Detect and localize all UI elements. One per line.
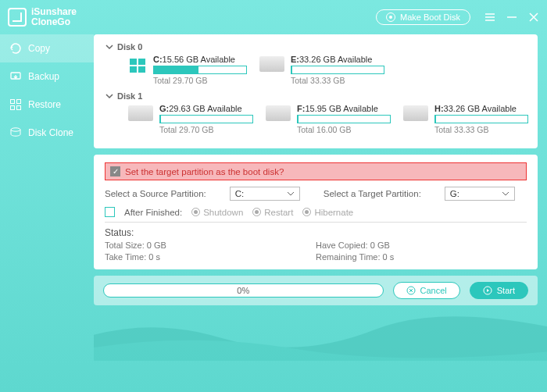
app-title-line2: CloneGo [31, 17, 77, 27]
chevron-down-icon [105, 91, 114, 101]
start-label: Start [497, 286, 515, 295]
svg-rect-1 [11, 100, 15, 104]
chevron-down-icon [287, 190, 295, 198]
usage-bar [153, 66, 247, 74]
partition-total: Total 29.70 GB [153, 76, 247, 85]
hibernate-radio[interactable]: Hibernate [302, 208, 353, 217]
status-have-copied: Have Copied: 0 GB [316, 241, 527, 250]
svg-rect-7 [138, 59, 145, 65]
partition-item[interactable]: E:33.26 GB AvailableTotal 33.33 GB [259, 55, 384, 85]
source-partition-select[interactable]: C: [230, 187, 300, 201]
cancel-icon [406, 286, 416, 295]
status-grid: Status: Total Size: 0 GB Have Copied: 0 … [105, 227, 527, 262]
restore-icon [9, 98, 22, 111]
sidebar-item-copy[interactable]: Copy [0, 34, 94, 62]
progress-bar: 0% [103, 283, 384, 298]
partition-total: Total 16.00 GB [297, 125, 391, 134]
status-remaining-time: Remaining Time: 0 s [316, 252, 527, 262]
minimize-button[interactable] [506, 12, 517, 23]
partition-total: Total 33.33 GB [434, 125, 528, 134]
status-header: Status: [105, 227, 316, 238]
after-finished-checkbox[interactable] [105, 207, 115, 217]
partition-title: F:15.95 GB Available [297, 104, 391, 113]
disc-icon [386, 12, 395, 22]
partition-total: Total 33.33 GB [291, 76, 384, 85]
copy-icon [9, 42, 22, 55]
decorative-landscape [94, 298, 547, 361]
partition-item[interactable]: G:29.63 GB AvailableTotal 29.70 GB [128, 104, 253, 134]
backup-icon [9, 70, 22, 83]
make-boot-label: Make Boot Disk [400, 12, 460, 22]
cancel-button[interactable]: Cancel [393, 282, 460, 299]
radio-icon [191, 208, 200, 216]
menu-button[interactable] [484, 12, 495, 23]
shutdown-radio[interactable]: Shutdown [191, 208, 243, 217]
drive-icon [403, 105, 428, 121]
usage-bar [291, 66, 384, 74]
app-logo: iSunshare CloneGo [8, 7, 77, 27]
svg-rect-9 [138, 66, 145, 73]
cancel-label: Cancel [420, 286, 447, 295]
radio-label: Restart [264, 208, 293, 217]
windows-icon [128, 56, 147, 75]
after-finished-label: After Finished: [124, 208, 182, 217]
disk-header[interactable]: Disk 0 [105, 42, 527, 52]
restart-radio[interactable]: Restart [252, 208, 293, 217]
drive-icon [259, 56, 284, 72]
boot-disk-option-row[interactable]: ✓ Set the target partition as the boot d… [105, 162, 527, 180]
svg-rect-2 [17, 100, 21, 104]
radio-label: Hibernate [314, 208, 353, 217]
disk-label: Disk 0 [117, 42, 142, 52]
disk-label: Disk 1 [117, 91, 142, 101]
partition-item[interactable]: C:15.56 GB AvailableTotal 29.70 GB [128, 55, 247, 85]
sidebar-item-label: Disk Clone [28, 127, 73, 138]
config-panel: ✓ Set the target partition as the boot d… [94, 155, 538, 269]
sidebar-item-diskclone[interactable]: Disk Clone [0, 119, 94, 147]
logo-icon [8, 8, 27, 27]
partition-title: E:33.26 GB Available [291, 55, 384, 64]
checkbox-checked-icon: ✓ [110, 166, 120, 176]
disk-header[interactable]: Disk 1 [105, 91, 527, 101]
chevron-down-icon [105, 42, 114, 52]
disks-panel: Disk 0C:15.56 GB AvailableTotal 29.70 GB… [94, 34, 538, 148]
close-button[interactable] [528, 12, 539, 23]
svg-rect-4 [17, 106, 21, 110]
progress-value: 0% [237, 286, 249, 295]
disk-clone-icon [9, 127, 22, 139]
sidebar-item-label: Restore [28, 99, 61, 110]
status-take-time: Take Time: 0 s [105, 252, 316, 262]
drive-icon [128, 105, 153, 121]
partition-total: Total 29.70 GB [159, 125, 253, 134]
source-partition-label: Select a Source Partition: [105, 189, 206, 198]
sidebar-item-label: Copy [28, 43, 50, 54]
usage-bar [297, 115, 391, 123]
svg-rect-6 [130, 59, 137, 65]
radio-icon [252, 208, 261, 216]
sidebar: Copy Backup Restore Disk Clone [0, 34, 94, 392]
svg-point-5 [11, 128, 20, 131]
target-partition-label: Select a Target Partition: [324, 189, 421, 198]
target-partition-select[interactable]: G: [445, 187, 515, 201]
source-value: C: [235, 189, 245, 198]
partition-title: H:33.26 GB Available [434, 104, 528, 113]
sidebar-item-backup[interactable]: Backup [0, 62, 94, 91]
chevron-down-icon [502, 190, 509, 198]
sidebar-item-restore[interactable]: Restore [0, 91, 94, 119]
make-boot-disk-button[interactable]: Make Boot Disk [376, 9, 470, 25]
start-button[interactable]: Start [470, 282, 528, 299]
status-total-size: Total Size: 0 GB [105, 241, 316, 250]
drive-icon [266, 105, 291, 121]
partition-item[interactable]: F:15.95 GB AvailableTotal 16.00 GB [266, 104, 391, 134]
partition-title: C:15.56 GB Available [153, 55, 247, 64]
usage-bar [159, 115, 253, 123]
titlebar: iSunshare CloneGo Make Boot Disk [0, 0, 547, 34]
app-title: iSunshare CloneGo [31, 7, 77, 27]
usage-bar [434, 115, 528, 123]
boot-disk-label: Set the target partition as the boot dis… [125, 167, 284, 176]
bottom-bar: 0% Cancel Start [94, 276, 538, 305]
target-value: G: [450, 189, 459, 198]
radio-label: Shutdown [203, 208, 243, 217]
svg-rect-3 [11, 106, 15, 110]
radio-icon [302, 208, 311, 216]
partition-item[interactable]: H:33.26 GB AvailableTotal 33.33 GB [403, 104, 528, 134]
